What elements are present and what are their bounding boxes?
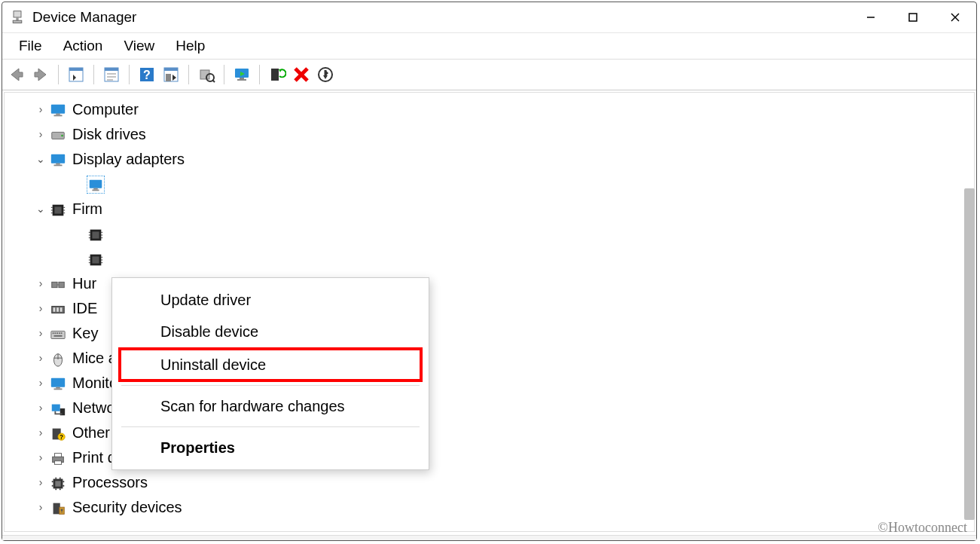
update-driver-icon[interactable] <box>266 63 289 86</box>
forward-icon[interactable] <box>29 63 52 86</box>
svg-rect-79 <box>53 332 54 334</box>
svg-rect-1 <box>16 17 18 20</box>
svg-rect-46 <box>92 189 99 191</box>
close-button[interactable] <box>934 2 976 32</box>
svg-rect-43 <box>54 164 63 166</box>
expander-icon[interactable]: › <box>35 321 47 346</box>
app-icon <box>10 10 25 25</box>
disk-icon <box>50 127 66 143</box>
expander-icon[interactable]: › <box>35 296 47 321</box>
menu-item-uninstall-device[interactable]: Uninstall device <box>120 349 421 380</box>
svg-rect-25 <box>240 78 244 79</box>
svg-rect-41 <box>51 154 65 163</box>
svg-rect-98 <box>54 460 61 464</box>
window-controls <box>850 2 976 32</box>
svg-marker-19 <box>172 75 176 81</box>
expander-icon[interactable]: › <box>35 97 47 122</box>
toolbar-sep <box>58 65 59 84</box>
expander-icon[interactable]: › <box>35 470 47 495</box>
expander-icon[interactable]: › <box>35 346 47 371</box>
tree-label: Processors <box>72 470 148 495</box>
expander-icon[interactable]: › <box>35 271 47 296</box>
action-center-icon[interactable] <box>160 63 182 86</box>
tree-row-item-5[interactable] <box>5 222 974 246</box>
security-icon <box>50 500 66 516</box>
maximize-button[interactable] <box>892 2 934 32</box>
svg-rect-38 <box>54 115 63 116</box>
expander-icon[interactable]: › <box>35 445 47 470</box>
monitor-icon <box>50 151 66 168</box>
svg-rect-20 <box>166 74 171 81</box>
expander-icon[interactable]: ⌄ <box>35 197 47 222</box>
toolbar-sep <box>129 65 130 84</box>
svg-rect-4 <box>909 14 917 21</box>
tree-row-firm[interactable]: ⌄Firm <box>5 197 974 222</box>
svg-rect-88 <box>51 377 65 387</box>
tree-row-disk-drives[interactable]: ›Disk drives <box>5 122 974 147</box>
show-hide-console-tree-icon[interactable] <box>65 63 87 86</box>
menubar: File Action View Help <box>2 33 976 60</box>
svg-rect-112 <box>62 509 63 512</box>
menu-help[interactable]: Help <box>165 35 215 57</box>
svg-rect-0 <box>14 11 21 17</box>
menu-item-update-driver[interactable]: Update driver <box>112 284 429 316</box>
monitor-icon <box>50 102 66 118</box>
toolbar-sep <box>93 65 94 84</box>
tree-row-security-devices[interactable]: ›Security devices <box>5 495 974 520</box>
svg-rect-78 <box>51 331 65 338</box>
svg-line-23 <box>212 80 215 82</box>
svg-rect-18 <box>164 68 178 71</box>
disable-device-icon[interactable] <box>314 63 337 86</box>
svg-rect-72 <box>59 282 64 287</box>
tree-label: Computer <box>72 97 139 122</box>
svg-rect-56 <box>92 231 99 238</box>
tree-row-processors[interactable]: ›Processors <box>5 470 974 495</box>
menu-view[interactable]: View <box>113 35 165 57</box>
help-icon[interactable]: ? <box>136 63 158 86</box>
toolbar-sep <box>259 65 260 84</box>
statusbar <box>2 535 976 540</box>
tree-label: Key <box>72 321 98 346</box>
tree-row-computer[interactable]: ›Computer <box>5 97 974 122</box>
expander-icon[interactable]: › <box>35 371 47 396</box>
scan-hardware-icon[interactable] <box>195 63 218 86</box>
menu-separator <box>121 385 420 386</box>
uninstall-device-icon[interactable] <box>290 63 313 86</box>
back-icon[interactable] <box>5 63 28 86</box>
tree-label: Security devices <box>72 495 182 520</box>
enable-device-icon[interactable] <box>230 63 253 86</box>
content-area: ›Computer›Disk drives⌄Display adapters⌄F… <box>2 90 976 535</box>
expander-icon[interactable]: › <box>35 495 47 520</box>
svg-rect-97 <box>54 453 61 457</box>
tree-label: Firm <box>72 197 102 222</box>
menu-item-properties[interactable]: Properties <box>112 432 429 463</box>
tree-row-display-adapters[interactable]: ⌄Display adapters <box>5 147 974 172</box>
svg-rect-77 <box>60 307 63 312</box>
tree-row-item-6[interactable] <box>5 246 974 271</box>
menu-item-scan-for-hardware-changes[interactable]: Scan for hardware changes <box>112 390 429 422</box>
window-title: Device Manager <box>32 9 136 26</box>
menu-item-disable-device[interactable]: Disable device <box>112 316 429 347</box>
properties-icon[interactable] <box>100 63 123 86</box>
expander-icon[interactable]: › <box>35 420 47 445</box>
svg-rect-84 <box>54 335 63 336</box>
expander-icon[interactable]: › <box>35 122 47 147</box>
cpu-icon <box>50 475 66 491</box>
menu-action[interactable]: Action <box>53 35 114 57</box>
ide-icon <box>50 301 66 317</box>
minimize-button[interactable] <box>850 2 892 32</box>
svg-rect-44 <box>90 179 102 188</box>
hid-icon <box>50 276 66 292</box>
svg-rect-89 <box>56 387 60 388</box>
expander-icon[interactable]: ⌄ <box>35 147 47 172</box>
expander-icon[interactable]: › <box>35 396 47 420</box>
svg-point-40 <box>61 134 63 136</box>
svg-text:?: ? <box>60 434 63 441</box>
svg-marker-9 <box>73 75 76 81</box>
tree-row-item-3[interactable] <box>5 172 974 197</box>
tree-label: Display adapters <box>72 147 185 172</box>
printer-icon <box>50 450 66 466</box>
other-icon: ? <box>50 425 66 442</box>
menu-file[interactable]: File <box>8 35 53 57</box>
scrollbar-thumb[interactable] <box>964 188 975 520</box>
